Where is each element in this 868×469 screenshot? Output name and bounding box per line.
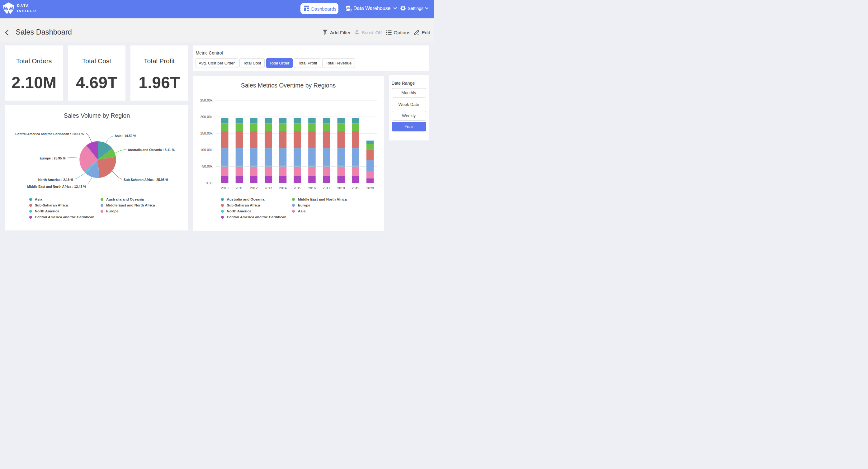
svg-text:2012: 2012 [250, 186, 257, 190]
svg-text:2019: 2019 [352, 186, 359, 190]
svg-text:Sales Volume by Region: Sales Volume by Region [63, 112, 129, 119]
svg-text:200.00k: 200.00k [200, 115, 213, 119]
svg-text:Europe : 25.95 %: Europe : 25.95 % [39, 157, 65, 160]
svg-text:Middle East and North Africa :: Middle East and North Africa : 12.43 % [27, 185, 86, 188]
svg-text:2011: 2011 [236, 186, 243, 190]
svg-text:Sub-Saharan Africa : 25.95 %: Sub-Saharan Africa : 25.95 % [124, 178, 168, 181]
svg-text:Central America and the Caribb: Central America and the Caribbean : 10.8… [15, 133, 84, 136]
svg-text:North America : 2.16 %: North America : 2.16 % [38, 178, 73, 181]
svg-text:2014: 2014 [279, 186, 286, 190]
svg-text:Australia and Oceania : 8.11 %: Australia and Oceania : 8.11 % [128, 148, 174, 152]
svg-text:2010: 2010 [221, 186, 228, 190]
svg-text:100.00k: 100.00k [200, 148, 213, 152]
svg-text:150.00k: 150.00k [200, 131, 213, 135]
svg-text:Asia : 14.59 %: Asia : 14.59 % [115, 134, 136, 138]
svg-text:250.00k: 250.00k [200, 98, 213, 102]
svg-text:2020: 2020 [366, 186, 374, 190]
svg-text:2016: 2016 [308, 186, 316, 190]
svg-text:2015: 2015 [293, 186, 301, 190]
svg-text:2013: 2013 [265, 186, 272, 190]
svg-text:0.00: 0.00 [206, 181, 212, 185]
svg-text:Sales Metrics Overtime by Regi: Sales Metrics Overtime by Regions [241, 82, 336, 89]
svg-text:50.00k: 50.00k [202, 165, 213, 168]
svg-text:2018: 2018 [337, 186, 345, 190]
svg-text:2017: 2017 [322, 186, 330, 190]
